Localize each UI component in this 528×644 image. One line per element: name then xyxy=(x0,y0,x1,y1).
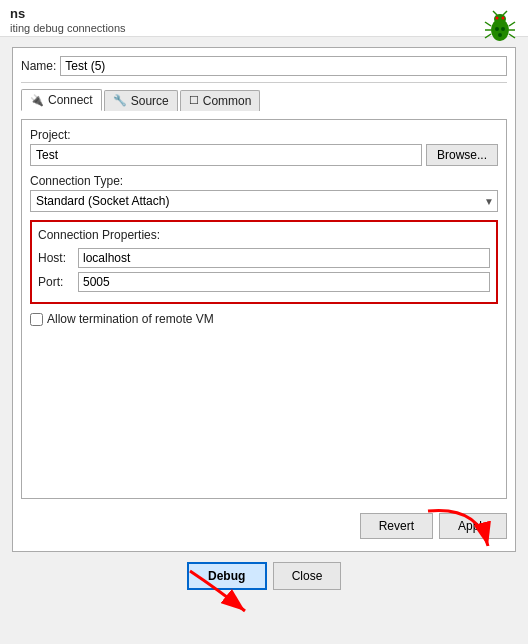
connection-type-select[interactable]: Standard (Socket Attach) Standard (Socke… xyxy=(30,190,498,212)
svg-point-2 xyxy=(496,17,499,20)
svg-line-5 xyxy=(503,11,507,15)
svg-line-4 xyxy=(493,11,497,15)
svg-line-11 xyxy=(509,34,515,38)
tab-connect[interactable]: 🔌 Connect xyxy=(21,89,102,111)
common-icon: ☐ xyxy=(189,94,199,107)
source-icon: 🔧 xyxy=(113,94,127,107)
svg-point-13 xyxy=(501,27,505,31)
bottom-buttons: Revert Apply xyxy=(21,507,507,543)
host-input[interactable] xyxy=(78,248,490,268)
allow-termination-row: Allow termination of remote VM xyxy=(30,312,498,326)
tabs-row: 🔌 Connect 🔧 Source ☐ Common xyxy=(21,89,507,111)
browse-button[interactable]: Browse... xyxy=(426,144,498,166)
project-group: Project: Browse... xyxy=(30,128,498,166)
project-label: Project: xyxy=(30,128,498,142)
svg-line-9 xyxy=(509,22,515,26)
connection-type-label: Connection Type: xyxy=(30,174,498,188)
svg-point-3 xyxy=(502,17,505,20)
window-subtitle: iting debug connections xyxy=(10,22,518,34)
name-label: Name: xyxy=(21,59,56,73)
svg-line-6 xyxy=(485,22,491,26)
connection-type-dropdown[interactable]: Standard (Socket Attach) Standard (Socke… xyxy=(30,190,498,212)
tab-source[interactable]: 🔧 Source xyxy=(104,90,178,111)
name-row: Name: xyxy=(21,56,507,83)
title-bar: ns iting debug connections xyxy=(0,0,528,37)
apply-button[interactable]: Apply xyxy=(439,513,507,539)
content-area: Project: Browse... Connection Type: Stan… xyxy=(21,119,507,499)
port-input[interactable] xyxy=(78,272,490,292)
project-field-row: Browse... xyxy=(30,144,498,166)
svg-point-1 xyxy=(494,14,506,24)
connection-properties-box: Connection Properties: Host: Port: xyxy=(30,220,498,304)
svg-point-12 xyxy=(495,27,499,31)
debug-button[interactable]: Debug xyxy=(187,562,267,590)
host-row: Host: xyxy=(38,248,490,268)
dialog-container: Name: 🔌 Connect 🔧 Source ☐ Common Projec… xyxy=(12,47,516,552)
svg-point-14 xyxy=(498,33,502,37)
tab-common[interactable]: ☐ Common xyxy=(180,90,261,111)
revert-button[interactable]: Revert xyxy=(360,513,433,539)
allow-termination-checkbox[interactable] xyxy=(30,313,43,326)
svg-line-8 xyxy=(485,34,491,38)
bottom-action-buttons: Debug Close xyxy=(12,562,516,590)
tab-source-label: Source xyxy=(131,94,169,108)
connection-type-group: Connection Type: Standard (Socket Attach… xyxy=(30,174,498,212)
window-title: ns xyxy=(10,6,518,21)
name-input[interactable] xyxy=(60,56,507,76)
bug-icon xyxy=(482,8,518,44)
close-button[interactable]: Close xyxy=(273,562,342,590)
project-input-display xyxy=(30,144,422,166)
tab-connect-label: Connect xyxy=(48,93,93,107)
connection-properties-label: Connection Properties: xyxy=(38,228,490,242)
tab-common-label: Common xyxy=(203,94,252,108)
connect-icon: 🔌 xyxy=(30,94,44,107)
project-input[interactable] xyxy=(36,148,416,162)
port-label: Port: xyxy=(38,275,72,289)
host-label: Host: xyxy=(38,251,72,265)
port-row: Port: xyxy=(38,272,490,292)
allow-termination-label: Allow termination of remote VM xyxy=(47,312,214,326)
